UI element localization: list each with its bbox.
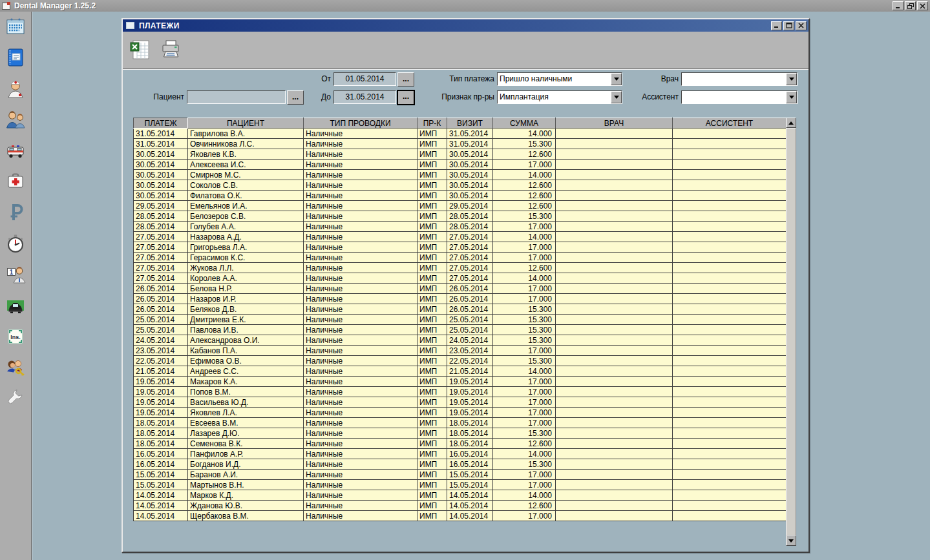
column-header-patient[interactable]: ПАЦИЕНТ [188,118,304,129]
procedure-value: Имплантация [498,91,611,103]
doctor-combobox[interactable] [681,72,798,86]
scroll-down-button[interactable] [786,535,796,546]
table-row[interactable]: 26.05.2014Назаров И.Р.НаличныеИМП26.05.2… [134,294,787,304]
table-cell [673,439,787,449]
sidebar-item-schedule[interactable] [4,16,27,37]
date-to-browse-button[interactable]: ... [397,90,415,105]
table-row[interactable]: 26.05.2014Белова Н.Р.НаличныеИМП26.05.20… [134,284,787,294]
table-row[interactable]: 30.05.2014Филатова О.К.НаличныеИМП30.05.… [134,191,787,201]
print-button[interactable] [158,37,183,62]
table-cell [673,356,787,366]
column-header-payment[interactable]: ПЛАТЕЖ [134,118,188,129]
table-row[interactable]: 27.05.2014Жукова Л.Л.НаличныеИМП27.05.20… [134,263,787,273]
sidebar-item-doctors[interactable] [4,78,27,99]
arrow-up-icon [788,121,794,125]
table-row[interactable]: 19.05.2014Яковлев Л.А.НаличныеИМП19.05.2… [134,408,787,418]
column-header-transaction-type[interactable]: ТИП ПРОВОДКИ [304,118,417,129]
table-row[interactable]: 27.05.2014Григорьева Л.А.НаличныеИМП27.0… [134,242,787,253]
child-minimize-button[interactable] [771,21,782,30]
sidebar-item-first-aid[interactable] [4,171,27,192]
sidebar-item-payments-journal[interactable] [4,47,27,68]
date-to-field[interactable]: 31.05.2014 [333,90,396,104]
table-row[interactable]: 16.05.2014Панфилов А.Р.НаличныеИМП16.05.… [134,449,787,459]
minimize-button[interactable] [893,1,904,10]
table-row[interactable]: 14.05.2014Щербакова В.М.НаличныеИМП14.05… [134,511,787,521]
table-row[interactable]: 15.05.2014Баранов А.И.НаличныеИМП15.05.2… [134,470,787,480]
export-excel-button[interactable] [127,37,152,62]
payment-type-dropdown-button[interactable] [611,73,622,85]
column-header-amount[interactable]: СУММА [493,118,556,129]
assistant-dropdown-button[interactable] [786,91,797,103]
scroll-up-button[interactable] [786,118,796,128]
table-row[interactable]: 27.05.2014Назарова А.Д.НаличныеИМП27.05.… [134,232,787,242]
sidebar-item-timetable[interactable] [4,233,27,254]
table-row[interactable]: 31.05.2014Овчинникова Л.С.НаличныеИМП31.… [134,139,787,149]
table-row[interactable]: 30.05.2014Смирнов М.С.НаличныеИМП30.05.2… [134,170,787,180]
table-row[interactable]: 28.05.2014Голубев А.А.НаличныеИМП28.05.2… [134,222,787,232]
procedure-combobox[interactable]: Имплантация [497,90,622,104]
close-button[interactable] [917,1,928,10]
sidebar-item-ambulance[interactable] [4,140,27,161]
table-row[interactable]: 27.05.2014Королев А.А.НаличныеИМП27.05.2… [134,273,787,284]
table-row[interactable]: 26.05.2014Беляков Д.В.НаличныеИМП26.05.2… [134,304,787,315]
column-header-assistant[interactable]: АССИСТЕНТ [673,118,787,129]
table-row[interactable]: 18.05.2014Евсеева В.М.НаличныеИМП18.05.2… [134,418,787,428]
table-row[interactable]: 30.05.2014Яковлев К.В.НаличныеИМП30.05.2… [134,149,787,160]
table-cell: ИМП [417,222,447,232]
doctor-dropdown-button[interactable] [786,73,797,85]
table-row[interactable]: 31.05.2014Гаврилова В.А.НаличныеИМП31.05… [134,129,787,139]
table-row[interactable]: 19.05.2014Васильева Ю.Д.НаличныеИМП19.05… [134,397,787,408]
table-row[interactable]: 28.05.2014Белозеров С.В.НаличныеИМП28.05… [134,211,787,222]
child-close-button[interactable] [796,21,807,30]
sidebar-item-settings[interactable] [4,388,27,410]
table-row[interactable]: 29.05.2014Емельянов И.А.НаличныеИМП29.05… [134,201,787,211]
table-cell: Наличные [304,170,417,180]
sidebar-item-reception[interactable]: 1 [4,264,27,285]
table-cell: Емельянов И.А. [188,201,304,211]
column-header-doctor[interactable]: ВРАЧ [556,118,673,129]
table-row[interactable]: 15.05.2014Мартынов В.Н.НаличныеИМП15.05.… [134,480,787,490]
date-from-field[interactable]: 01.05.2014 [333,72,396,86]
table-row[interactable]: 30.05.2014Алексеева И.С.НаличныеИМП30.05… [134,160,787,170]
sidebar-item-access[interactable] [4,357,27,379]
table-row[interactable]: 22.05.2014Ефимова О.В.НаличныеИМП22.05.2… [134,356,787,366]
procedure-dropdown-button[interactable] [611,91,622,103]
table-row[interactable]: 30.05.2014Соколов С.В.НаличныеИМП30.05.2… [134,180,787,191]
table-row[interactable]: 19.05.2014Попов В.М.НаличныеИМП19.05.201… [134,387,787,397]
table-row[interactable]: 21.05.2014Андреев С.С.НаличныеИМП21.05.2… [134,366,787,377]
column-header-prk[interactable]: ПР-К [417,118,447,129]
table-row[interactable]: 18.05.2014Семенова В.К.НаличныеИМП18.05.… [134,439,787,449]
table-row[interactable]: 19.05.2014Макаров К.А.НаличныеИМП19.05.2… [134,377,787,387]
patient-input[interactable] [187,90,286,104]
table-cell: 27.05.2014 [447,253,493,263]
table-row[interactable]: 25.05.2014Павлова И.В.НаличныеИМП25.05.2… [134,325,787,335]
table-row[interactable]: 25.05.2014Дмитриева Е.К.НаличныеИМП25.05… [134,315,787,325]
scrollbar-thumb[interactable] [786,128,796,535]
table-cell: 24.05.2014 [447,335,493,346]
assistant-combobox[interactable] [681,90,798,104]
table-cell: Наличные [304,428,417,439]
table-row[interactable]: 27.05.2014Герасимов К.С.НаличныеИМП27.05… [134,253,787,263]
chevron-down-icon [614,96,619,99]
table-scrollbar[interactable] [786,118,796,546]
sidebar-item-payments[interactable] [4,202,27,223]
table-row[interactable]: 18.05.2014Лазарев Д.Ю.НаличныеИМП18.05.2… [134,428,787,439]
date-from-browse-button[interactable]: ... [397,72,414,87]
table-row[interactable]: 24.05.2014Александрова О.И.НаличныеИМП24… [134,335,787,346]
payment-type-value: Пришло наличными [498,73,611,85]
table-row[interactable]: 23.05.2014Кабанов П.А.НаличныеИМП23.05.2… [134,346,787,356]
sidebar-item-transport[interactable] [4,295,27,316]
table-row[interactable]: 14.05.2014Жданова Ю.В.НаличныеИМП14.05.2… [134,501,787,511]
restore-button[interactable] [905,1,916,10]
table-cell [673,387,787,397]
child-maximize-button[interactable] [783,21,794,30]
column-header-visit[interactable]: ВИЗИТ [447,118,493,129]
table-cell: Наличные [304,129,417,139]
table-row[interactable]: 14.05.2014Марков К.Д.НаличныеИМП14.05.20… [134,490,787,501]
patient-browse-button[interactable]: ... [287,90,304,105]
sidebar-item-patients[interactable] [4,109,27,130]
table-cell: ИМП [417,315,447,325]
table-row[interactable]: 16.05.2014Богданов И.Д.НаличныеИМП16.05.… [134,459,787,470]
payment-type-combobox[interactable]: Пришло наличными [497,72,622,86]
sidebar-item-insurance[interactable]: Ins. [4,326,27,347]
